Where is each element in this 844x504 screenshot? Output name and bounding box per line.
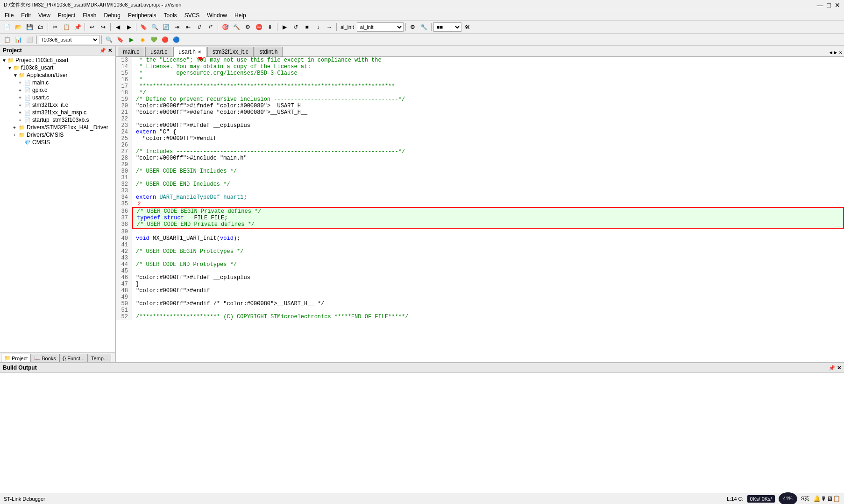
tree-toggle[interactable]: + — [13, 133, 19, 138]
project-btn1[interactable]: 📋 — [2, 35, 12, 45]
tabs-close-all[interactable]: ✕ — [839, 49, 842, 56]
tree-item[interactable]: +📄usart.c — [0, 94, 115, 101]
line-content[interactable]: extern "C" { — [132, 129, 844, 135]
line-content[interactable]: */ — [132, 90, 844, 96]
code-line[interactable]: 352 — [116, 201, 844, 207]
line-content[interactable] — [132, 229, 844, 235]
line-content[interactable] — [132, 242, 844, 248]
tree-item[interactable]: +📄main.c — [0, 79, 115, 86]
tree-item[interactable]: +📄startup_stm32f103xb.s — [0, 116, 115, 124]
code-line[interactable]: 50"color:#0000ff">#endif /* "color:#0000… — [116, 301, 844, 307]
cut-button[interactable]: ✂ — [50, 22, 60, 32]
tree-item[interactable]: ▼📁Application/User — [0, 71, 115, 79]
tree-item[interactable]: 💎CMSIS — [0, 139, 115, 146]
code-line[interactable]: 51 — [116, 307, 844, 314]
line-content[interactable] — [132, 161, 844, 168]
t2-btn7[interactable]: 🔵 — [171, 35, 181, 45]
tree-toggle[interactable]: + — [19, 95, 24, 100]
code-line[interactable]: 23"color:#0000ff">#ifdef __cplusplus — [116, 122, 844, 129]
tree-toggle[interactable]: + — [19, 80, 24, 85]
code-line[interactable]: 41 — [116, 242, 844, 248]
line-content[interactable]: } — [132, 281, 844, 287]
tree-item[interactable]: ▼📁f103c8_usart — [0, 64, 115, 71]
line-content[interactable]: "color:#0000ff">#ifndef "color:#000080">… — [132, 103, 844, 109]
line-content[interactable] — [132, 294, 844, 301]
uncomment-button[interactable]: /* — [206, 22, 216, 32]
bottom-panel-pin[interactable]: 📌 — [829, 365, 835, 371]
find-button[interactable]: 🔍 — [149, 22, 160, 32]
settings-button[interactable]: ⚙ — [408, 22, 418, 32]
debug-step-button[interactable]: ↓ — [313, 22, 323, 32]
tree-item[interactable]: +📄stm32f1xx_it.c — [0, 101, 115, 109]
replace-button[interactable]: 🔄 — [161, 22, 171, 32]
line-content[interactable] — [132, 175, 844, 181]
code-line[interactable]: 13 * the "License"; You may not use this… — [116, 57, 844, 63]
new-file-button[interactable]: 📄 — [2, 22, 12, 32]
download-button[interactable]: ⬇ — [265, 22, 275, 32]
line-content[interactable]: "color:#0000ff">#ifdef __cplusplus — [132, 274, 844, 281]
tree-toggle[interactable]: + — [13, 125, 19, 130]
tree-toggle[interactable]: ▼ — [13, 73, 19, 78]
code-line[interactable]: 38/* USER CODE END Private defines */ — [116, 221, 844, 229]
minimize-button[interactable]: ― — [817, 1, 823, 9]
close-button[interactable]: ✕ — [835, 1, 840, 9]
menu-svcs[interactable]: SVCS — [182, 11, 203, 20]
code-line[interactable]: 34extern UART_HandleTypeDef huart1; — [116, 194, 844, 201]
function-selector[interactable]: ai_init — [357, 22, 404, 32]
code-line[interactable]: 29 — [116, 161, 844, 168]
line-content[interactable]: /* USER CODE BEGIN Prototypes */ — [132, 248, 844, 255]
project-selector[interactable]: f103c8_usart — [39, 35, 99, 44]
tab-stm32f1xx-it[interactable]: stm32f1xx_it.c — [207, 47, 254, 56]
line-content[interactable]: /* USER CODE BEGIN Includes */ — [132, 168, 844, 175]
code-line[interactable]: 16 * — [116, 77, 844, 83]
code-line[interactable]: 27/* Includes --------------------------… — [116, 148, 844, 155]
view-selector[interactable]: ■■ — [433, 22, 461, 32]
line-content[interactable] — [132, 188, 844, 194]
stop-button[interactable]: ⛔ — [254, 22, 264, 32]
code-line[interactable]: 25 "color:#0000ff">#endif — [116, 135, 844, 142]
tabs-scroll-left[interactable]: ◀ — [829, 49, 832, 56]
line-content[interactable]: /* USER CODE BEGIN Private defines */ — [132, 207, 844, 215]
line-content[interactable]: /* Includes ----------------------------… — [132, 148, 844, 155]
tree-item[interactable]: +📄stm32f1xx_hal_msp.c — [0, 109, 115, 116]
line-content[interactable]: * opensource.org/licenses/BSD-3-Clause — [132, 70, 844, 77]
tree-toggle[interactable]: ▼ — [2, 58, 7, 63]
code-line[interactable]: 28"color:#0000ff">#include "main.h" — [116, 155, 844, 161]
copy-button[interactable]: 📋 — [61, 22, 71, 32]
undo-button[interactable]: ↩ — [87, 22, 97, 32]
tab-usart-h[interactable]: usart.h ✕ — [173, 47, 206, 57]
maximize-button[interactable]: □ — [827, 1, 831, 9]
indent-button[interactable]: ⇥ — [172, 22, 182, 32]
line-content[interactable]: void MX_USART1_UART_Init(void); — [132, 235, 844, 242]
tree-toggle[interactable]: ▼ — [7, 65, 13, 70]
code-line[interactable]: 26 — [116, 142, 844, 148]
code-line[interactable]: 18 */ — [116, 90, 844, 96]
tree-toggle[interactable]: + — [19, 110, 24, 115]
line-content[interactable]: "color:#0000ff">#define "color:#000080">… — [132, 109, 844, 116]
code-line[interactable]: 48"color:#0000ff">#endif — [116, 287, 844, 294]
code-line[interactable]: 43 — [116, 255, 844, 261]
line-content[interactable] — [132, 255, 844, 261]
tree-item[interactable]: +📄gpio.c — [0, 86, 115, 94]
proj-tab-books[interactable]: 📖 Books — [31, 354, 59, 362]
code-line[interactable]: 31 — [116, 175, 844, 181]
project-panel-pin[interactable]: 📌 — [99, 48, 106, 54]
code-editor[interactable]: 13 * the "License"; You may not use this… — [116, 57, 844, 362]
build-button[interactable]: 🔨 — [231, 22, 241, 32]
project-panel-close[interactable]: ✕ — [108, 48, 112, 54]
save-all-button[interactable]: 🗂 — [35, 22, 46, 32]
code-line[interactable]: 15 * opensource.org/licenses/BSD-3-Claus… — [116, 70, 844, 77]
line-content[interactable]: 2 — [132, 201, 844, 207]
t2-btn1[interactable]: 🔍 — [104, 35, 114, 45]
line-content[interactable]: /* Define to prevent recursive inclusion… — [132, 96, 844, 103]
rebuild-button[interactable]: ⚙ — [242, 22, 253, 32]
debug-start-button[interactable]: ▶ — [279, 22, 290, 32]
code-line[interactable]: 20"color:#0000ff">#ifndef "color:#000080… — [116, 103, 844, 109]
t2-btn5[interactable]: 💚 — [149, 35, 159, 45]
t2-btn2[interactable]: 🔖 — [115, 35, 125, 45]
line-content[interactable]: ****************************************… — [132, 83, 844, 90]
code-line[interactable]: 21"color:#0000ff">#define "color:#000080… — [116, 109, 844, 116]
line-content[interactable]: "color:#0000ff">#endif — [132, 135, 844, 142]
line-content[interactable]: "color:#0000ff">#endif — [132, 287, 844, 294]
line-content[interactable]: extern UART_HandleTypeDef huart1; — [132, 194, 844, 201]
